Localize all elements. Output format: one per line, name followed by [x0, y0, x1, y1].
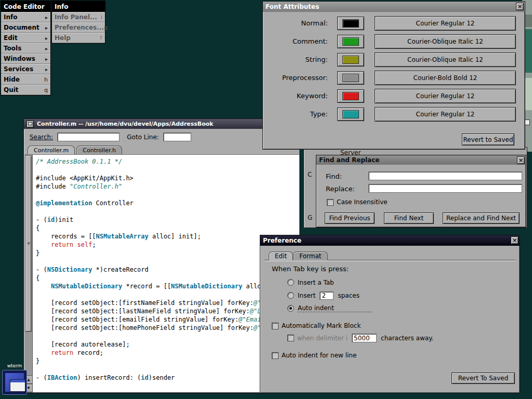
find-replace-buttons: Find PreviousFind NextReplace and Find N…	[325, 212, 520, 224]
revert-to-saved-button[interactable]: Revert To Saved	[451, 373, 515, 384]
tab-controller-h[interactable]: Controller.h	[76, 145, 122, 154]
menu-shortcut-key: h	[44, 76, 48, 83]
checkbox-icon[interactable]	[327, 199, 334, 206]
font-button-preprocessor[interactable]: Courier-Bold Bold 12	[375, 71, 516, 85]
editor-titlebar[interactable]: Controller.m -- /usr/home/dvu/devel/Apps…	[24, 119, 300, 129]
attribute-label: Keyword:	[268, 92, 328, 100]
submenu-arrow-icon: ▸	[45, 15, 48, 20]
find-replace-titlebar[interactable]: Find and Replace ×	[316, 155, 526, 165]
radio-button[interactable]	[287, 279, 294, 286]
radio-option-insert-a-tab[interactable]: Insert a Tab	[287, 276, 371, 289]
find-input[interactable]	[368, 171, 522, 180]
delimiter-distance-input[interactable]	[352, 334, 377, 342]
checkbox-icon[interactable]	[272, 352, 278, 359]
code-segment: records = [[	[36, 233, 96, 240]
color-swatch-button-string[interactable]	[337, 53, 364, 66]
checkbox-icon[interactable]	[287, 335, 294, 341]
miniaturize-button[interactable]	[26, 121, 34, 128]
code-line: - (id)init	[36, 216, 299, 224]
color-swatch-button-preprocessor[interactable]	[337, 71, 364, 85]
spaces-input[interactable]	[320, 291, 334, 300]
auto-indent-newline-checkbox-row[interactable]: Auto indent for new line	[272, 352, 356, 359]
close-icon[interactable]: ×	[517, 156, 525, 164]
font-attribute-row-comment: Comment:Courier-Oblique Italic 12	[263, 32, 525, 50]
submenu-arrow-icon: ▸	[45, 66, 48, 72]
revert-to-saved-button[interactable]: Revert to Saved	[462, 134, 514, 145]
radio-button[interactable]	[287, 292, 294, 299]
menu-item-label: Services	[4, 65, 33, 73]
code-segment: [record setObject:[firstNameField string…	[36, 299, 254, 307]
code-segment: "Controller.h"	[70, 183, 122, 190]
dock-tile-wterm[interactable]: wterm	[0, 363, 29, 399]
menu-item-label: Info Panel...	[55, 14, 97, 21]
attribute-label: Comment:	[268, 37, 328, 45]
preference-titlebar[interactable]: Preference ×	[260, 235, 520, 246]
close-icon[interactable]: ×	[511, 236, 518, 244]
wterm-icon[interactable]	[2, 370, 27, 395]
search-label[interactable]: Search:	[30, 134, 53, 141]
menu-item-preferences[interactable]: Preferences...p	[52, 22, 105, 33]
menu-item-hide[interactable]: Hideh	[1, 74, 50, 85]
font-button-normal[interactable]: Courier Regular 12	[375, 16, 516, 31]
code-segment	[36, 349, 51, 356]
info-submenu: Info Info Panel...iPreferences...pHelp?	[51, 1, 105, 44]
tab-edit[interactable]: Edit	[269, 251, 293, 260]
font-button-string[interactable]: Courier-Oblique Italic 12	[375, 52, 516, 67]
tab-controller-m[interactable]: Controller.m	[28, 145, 75, 154]
tab-format[interactable]: Format	[293, 251, 327, 260]
replace-and-find-next-button[interactable]: Replace and Find Next	[443, 212, 520, 224]
delimiter-suffix-label: characters away.	[381, 335, 433, 342]
replace-input[interactable]	[368, 184, 522, 193]
menu-item-quit[interactable]: Quitq	[1, 85, 50, 95]
radio-option-insert[interactable]: Insertspaces	[287, 289, 371, 302]
menu-item-label: Document	[4, 24, 39, 31]
code-line	[36, 166, 299, 174]
menu-item-document[interactable]: Document▸	[1, 22, 50, 33]
attribute-label: Normal:	[268, 19, 328, 27]
find-label: Find:	[326, 172, 342, 180]
mark-block-checkbox-row[interactable]: Automatically Mark Block	[272, 322, 361, 329]
menu-item-tools[interactable]: Tools▸	[1, 43, 50, 54]
fragment-letter-g: G	[308, 214, 312, 221]
menu-item-info[interactable]: Info▸	[1, 12, 50, 22]
checkbox-label: Automatically Mark Block	[282, 322, 361, 329]
info-submenu-items: Info Panel...iPreferences...pHelp?	[52, 12, 105, 43]
code-segment: [record setObject:[homePhoneField string…	[36, 324, 254, 331]
color-swatch-button-normal[interactable]	[337, 17, 364, 30]
main-menu-title[interactable]: Code Editor	[1, 1, 50, 12]
menu-item-edit[interactable]: Edit▸	[1, 33, 50, 43]
font-attributes-titlebar[interactable]: Font Attributes ×	[263, 2, 525, 12]
color-swatch	[342, 19, 359, 28]
vertical-scrollbar[interactable]: ▲ ▼	[24, 155, 33, 392]
font-button-keyword[interactable]: Courier Regular 12	[375, 89, 516, 103]
find-next-button[interactable]: Find Next	[384, 212, 434, 224]
code-segment: IBAction	[47, 374, 77, 381]
checkbox-icon[interactable]	[272, 323, 278, 329]
scrollbar-knob[interactable]	[25, 155, 32, 332]
info-submenu-title[interactable]: Info	[52, 1, 105, 12]
wterm-icon-titlebar	[10, 380, 25, 382]
menu-item-windows[interactable]: Windows▸	[1, 54, 50, 64]
color-swatch-button-type[interactable]	[337, 108, 364, 121]
menu-item-help[interactable]: Help?	[52, 33, 105, 43]
menu-item-services[interactable]: Services▸	[1, 64, 50, 74]
color-swatch-button-comment[interactable]	[337, 35, 364, 48]
menu-item-info-panel[interactable]: Info Panel...i	[52, 12, 105, 22]
find-previous-button[interactable]: Find Previous	[325, 212, 375, 224]
delimiter-checkbox-row[interactable]: when delimiter i characters away.	[287, 334, 433, 342]
color-swatch	[342, 92, 359, 100]
radio-button[interactable]	[287, 305, 294, 312]
goto-line-input[interactable]	[163, 132, 191, 141]
case-insensitive-checkbox-row[interactable]: Case Insensitive	[327, 198, 388, 206]
code-segment: *record = [[	[122, 283, 171, 290]
font-button-comment[interactable]: Courier-Oblique Italic 12	[375, 34, 516, 49]
close-icon[interactable]: ×	[516, 3, 524, 10]
editor-tab-bar: Controller.mController.h	[24, 145, 299, 155]
desktop: Controller.m -- /usr/home/dvu/devel/Apps…	[0, 0, 532, 399]
radio-option-auto-indent[interactable]: Auto indent	[287, 302, 371, 315]
search-input[interactable]	[57, 132, 119, 141]
code-segment: )sender	[149, 374, 175, 381]
font-button-type[interactable]: Courier Regular 12	[375, 107, 516, 122]
color-swatch-button-keyword[interactable]	[337, 89, 364, 103]
code-segment: #include	[36, 183, 70, 190]
